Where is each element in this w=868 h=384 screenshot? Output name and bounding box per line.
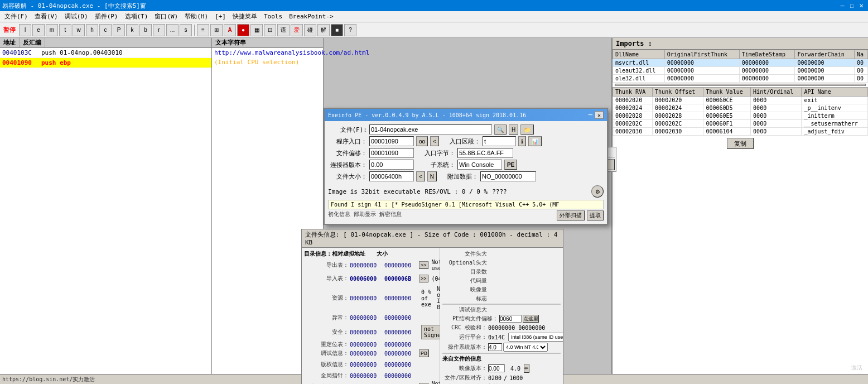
exeinfo-close-button[interactable]: ✕ xyxy=(595,111,604,119)
scan-button[interactable]: ⚙ xyxy=(591,185,604,198)
toolbar-icon-lang[interactable]: 语 xyxy=(277,24,290,36)
toolbar-icon-qmark[interactable]: ? xyxy=(344,24,356,36)
toolbar-btn-dots[interactable]: ... xyxy=(166,24,179,36)
toolbar-btn-e[interactable]: e xyxy=(32,24,45,36)
additional-data-input[interactable] xyxy=(480,171,536,181)
extract-button[interactable]: 提取 xyxy=(587,210,604,220)
file-info-label: 来自文件的信息 xyxy=(442,355,561,363)
menu-view[interactable]: 查看(V) xyxy=(31,12,61,21)
fh-row-global-ptr: 全局指针： 00000000 00000000 xyxy=(304,372,437,380)
disasm-row[interactable]: 0040103C push 01-04nop.00403010 xyxy=(0,48,211,58)
oo-button[interactable]: oo xyxy=(416,136,428,146)
string-0[interactable]: http://www.malwareanalysisbook.com/ad.ht… xyxy=(212,48,323,57)
menu-help[interactable]: 帮助(H) xyxy=(181,12,211,21)
toolbar-icon-A[interactable]: A xyxy=(224,24,236,36)
os-ver-dropdown[interactable]: 4.0 Win NT 4.0 xyxy=(503,343,548,352)
minimize-button[interactable]: ─ xyxy=(838,1,847,10)
linker-ver-input[interactable] xyxy=(369,160,414,170)
subsystem-input[interactable] xyxy=(457,160,502,170)
file-size-input[interactable] xyxy=(369,171,414,181)
import-btn[interactable]: >> xyxy=(419,275,428,282)
program-entry-input[interactable] xyxy=(369,136,414,146)
menu-shortcuts[interactable]: 快捷菜单 xyxy=(229,12,261,21)
dll-row-1[interactable]: oleaut32.dll 00000000 00000000 00000000 … xyxy=(613,67,868,75)
toolbar-icon-love[interactable]: 爱 xyxy=(291,24,303,36)
fh-debug-size-row: 调试信息大 xyxy=(442,306,561,314)
toolbar-btn-l[interactable]: l xyxy=(19,24,31,36)
toolbar-btn-k[interactable]: k xyxy=(126,24,138,36)
pe-button[interactable]: PE xyxy=(504,160,517,170)
debug-pb-btn[interactable]: PB xyxy=(419,349,429,357)
export-btn[interactable]: >> xyxy=(419,261,428,269)
entry-bytes-input[interactable] xyxy=(457,148,513,158)
file-search-button[interactable]: 🔍 xyxy=(494,124,507,135)
filesize-less-btn[interactable]: < xyxy=(416,171,425,181)
toolbar-icon-4[interactable]: ▦ xyxy=(250,24,263,36)
string-1: (Initial CPU selection) xyxy=(212,57,323,67)
exeinfo-minimize[interactable]: ─ xyxy=(589,111,592,119)
crc-val1: 00000000 xyxy=(488,325,515,331)
toolbar-icon-2[interactable]: ⊞ xyxy=(210,24,223,36)
external-scan-button[interactable]: 外部扫描 xyxy=(557,210,585,220)
thunk-row-4[interactable]: 00002030 00002030 00006104 0000 _adjust_… xyxy=(613,128,868,136)
toolbar-icon-dark[interactable]: ■ xyxy=(331,24,343,36)
thunk-row-2[interactable]: 00002028 00002028 000060E5 0000 _initter… xyxy=(613,112,868,120)
col-oft: OriginalFirstThunk xyxy=(664,50,739,59)
chart-button[interactable]: 📊 xyxy=(528,136,542,146)
dll-row-0[interactable]: msvcrt.dll 00000000 00000000 00000000 00 xyxy=(613,59,868,67)
toolbar-icon-5[interactable]: ⊡ xyxy=(264,24,276,36)
maximize-button[interactable]: □ xyxy=(847,1,856,10)
toolbar-icon-1[interactable]: ≡ xyxy=(197,24,209,36)
image-info-text: Image is 32bit executable xyxy=(328,188,421,195)
menu-file[interactable]: 文件(F) xyxy=(1,12,31,21)
toolbar-btn-s[interactable]: s xyxy=(180,24,192,36)
imports-dll-table: DllName OriginalFirstThunk TimeDateStamp… xyxy=(613,50,868,83)
toolbar-btn-t[interactable]: t xyxy=(59,24,71,36)
dll-row-2[interactable]: ole32.dll 00000000 00000000 00000000 00 xyxy=(613,75,868,83)
disasm-row-selected[interactable]: 00401090 push ebp xyxy=(0,58,211,68)
menu-debug[interactable]: 调试(D) xyxy=(61,12,91,21)
folder-button[interactable]: 📁 xyxy=(520,124,534,135)
dll-tds-1: 00000000 xyxy=(739,67,795,75)
toolbar-btn-h[interactable]: h xyxy=(86,24,98,36)
copy-button[interactable]: 复制 xyxy=(727,138,754,149)
toolbar-icon-crack[interactable]: 碰 xyxy=(304,24,316,36)
thunk-row-3[interactable]: 0000202C 0000202C 000060F1 0000 __setuse… xyxy=(613,120,868,128)
additional-data-row: 附加数据： xyxy=(439,171,536,181)
h-button[interactable]: H xyxy=(509,124,518,135)
toolbar-icon-3[interactable]: ● xyxy=(237,24,249,36)
toolbar-btn-w[interactable]: w xyxy=(73,24,85,36)
menu-options[interactable]: 选项(T) xyxy=(122,12,152,21)
fh-code-size-row: 代码量 xyxy=(442,277,561,285)
toolbar-btn-c[interactable]: c xyxy=(99,24,112,36)
pe-offset-input[interactable] xyxy=(499,315,522,323)
image-ver-input[interactable] xyxy=(488,364,505,372)
menu-window[interactable]: 窗口(W) xyxy=(151,12,181,21)
imports-scrollbar[interactable] xyxy=(615,84,866,86)
menu-plugin[interactable]: 插件(P) xyxy=(91,12,122,21)
less-button[interactable]: < xyxy=(430,136,439,146)
toolbar-btn-m[interactable]: m xyxy=(46,24,58,36)
click-here-button[interactable]: 点这里 xyxy=(523,315,539,323)
close-button[interactable]: ✕ xyxy=(857,1,866,10)
menu-breakpoint[interactable]: BreakPoint-> xyxy=(286,12,336,21)
col-na: Na xyxy=(854,50,867,59)
toolbar-btn-b[interactable]: b xyxy=(139,24,152,36)
image-ver-edit-btn[interactable]: ✏ xyxy=(524,364,529,373)
entry-section-input[interactable] xyxy=(483,136,516,146)
runtime-dropdown[interactable]: Intel I386 (same ID used for 4 xyxy=(508,333,563,342)
toolbar-btn-P[interactable]: P xyxy=(113,24,125,36)
toolbar-btn-r[interactable]: r xyxy=(153,24,165,36)
file-input[interactable] xyxy=(369,124,492,135)
n-button[interactable]: N xyxy=(427,171,437,181)
thunk-row-0[interactable]: 00002020 00002020 000060CE 0000 exit xyxy=(613,97,868,104)
toolbar: 暂停 l e m t w h c P k b r ... s ≡ ⊞ A ● ▦… xyxy=(0,22,868,38)
crc-val2: 00000000 xyxy=(518,325,545,331)
info-button[interactable]: ℹ xyxy=(518,136,526,146)
menu-plus[interactable]: [+] xyxy=(211,12,229,21)
thunk-row-1[interactable]: 00002024 00002024 000060D5 0000 _p__init… xyxy=(613,104,868,112)
toolbar-icon-decode[interactable]: 解 xyxy=(317,24,330,36)
file-offset-input[interactable] xyxy=(369,148,414,158)
os-ver-input[interactable] xyxy=(488,343,502,351)
menu-tools[interactable]: Tools xyxy=(261,12,286,21)
